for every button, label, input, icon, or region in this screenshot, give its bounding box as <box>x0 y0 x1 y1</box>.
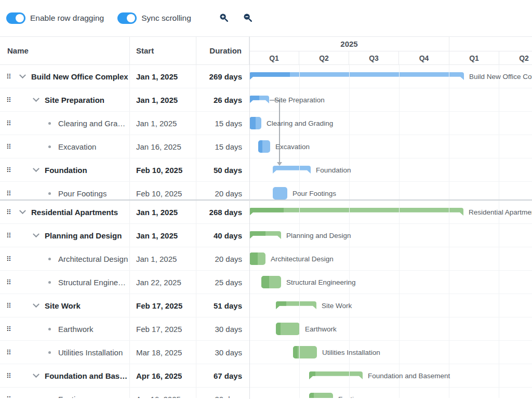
task-row[interactable]: ⠿Planning and DesignJan 1, 202540 daysPl… <box>0 224 532 247</box>
drag-handle-icon[interactable]: ⠿ <box>6 73 14 81</box>
task-bar[interactable] <box>273 187 287 200</box>
task-name-cell[interactable]: ⠿Site Work <box>0 294 130 317</box>
parent-task-bar[interactable] <box>273 166 311 174</box>
column-header-name[interactable]: Name <box>0 37 130 64</box>
task-row[interactable]: ⠿Clearing and GradingJan 1, 202515 daysC… <box>0 112 532 135</box>
quarter-cell: Q1 <box>249 51 299 64</box>
task-row[interactable]: ⠿ExcavationJan 16, 202515 daysExcavation <box>0 135 532 158</box>
duration-value: 20 days <box>215 189 242 198</box>
task-name-cell[interactable]: ⠿Planning and Design <box>0 224 130 247</box>
task-name-cell[interactable]: ⠿Foundation and Basement <box>0 364 130 387</box>
drag-handle-icon[interactable]: ⠿ <box>6 119 14 127</box>
drag-handle-icon[interactable]: ⠿ <box>6 96 14 104</box>
task-name-cell[interactable]: ⠿Pour Footings <box>0 182 130 200</box>
task-name-label: Pour Footings <box>58 189 107 198</box>
task-name-cell[interactable]: ⠿Structural Engineering <box>0 271 130 294</box>
drag-handle-icon[interactable]: ⠿ <box>6 278 14 286</box>
task-bar[interactable] <box>261 276 281 288</box>
column-header-start[interactable]: Start <box>130 37 196 64</box>
drag-handle-icon[interactable]: ⠿ <box>6 325 14 333</box>
parent-task-bar[interactable] <box>249 72 464 80</box>
toggle-sync-scrolling[interactable]: Sync scrolling <box>117 12 191 24</box>
task-bar[interactable] <box>258 140 270 153</box>
zoom-in-button[interactable] <box>205 13 229 24</box>
task-row[interactable]: ⠿Architectural DesignJan 1, 202520 daysA… <box>0 247 532 271</box>
task-row[interactable]: ⠿Build New Office ComplexJan 1, 2025269 … <box>0 65 532 88</box>
quarter-cell: Q1 <box>449 51 499 64</box>
parent-task-bar[interactable] <box>309 371 363 379</box>
task-name-cell[interactable]: ⠿Architectural Design <box>0 247 130 270</box>
drag-handle-icon[interactable]: ⠿ <box>6 349 14 356</box>
task-name-label: Residential Apartments <box>31 208 118 217</box>
start-cell: Jan 1, 2025 <box>130 65 196 88</box>
task-name-label: Footings <box>58 395 88 398</box>
drag-handle-icon[interactable]: ⠿ <box>6 372 14 380</box>
chevron-down-icon[interactable] <box>31 374 41 378</box>
task-name-cell[interactable]: ⠿Utilities Installation <box>0 341 130 364</box>
timeline-quarter-row: Q1Q2Q3Q4Q1Q2 <box>249 51 532 64</box>
drag-handle-icon[interactable]: ⠿ <box>6 166 14 174</box>
drag-handle-icon[interactable]: ⠿ <box>6 232 14 240</box>
drag-handle-icon[interactable]: ⠿ <box>6 302 14 310</box>
task-name-cell[interactable]: ⠿Site Preparation <box>0 88 130 111</box>
toggle-enable-row-dragging[interactable]: Enable row dragging <box>6 12 104 24</box>
parent-task-bar[interactable] <box>249 96 269 103</box>
drag-handle-icon[interactable]: ⠿ <box>6 395 14 398</box>
zoom-out-button[interactable] <box>229 13 252 24</box>
task-row[interactable]: ⠿Site PreparationJan 1, 202526 daysSite … <box>0 88 532 112</box>
task-row[interactable]: ⠿Pour FootingsFeb 10, 202520 daysPour Fo… <box>0 182 532 200</box>
duration-value: 268 days <box>209 208 242 217</box>
parent-task-bar[interactable] <box>276 301 316 309</box>
task-row[interactable]: ⠿Site WorkFeb 17, 202551 daysSite Work <box>0 294 532 317</box>
progress-fill <box>261 276 269 288</box>
table-chart-splitter[interactable] <box>249 36 250 399</box>
task-bar[interactable] <box>249 252 265 265</box>
task-bar-label: Site Work <box>322 294 352 317</box>
toggle-switch[interactable] <box>6 12 25 24</box>
chevron-down-icon[interactable] <box>31 303 41 308</box>
toggle-switch[interactable] <box>117 12 137 24</box>
task-name-label: Utilities Installation <box>58 348 123 357</box>
task-name-cell[interactable]: ⠿Residential Apartments <box>0 201 130 223</box>
parent-task-bar[interactable] <box>249 231 281 239</box>
task-bar[interactable] <box>293 346 317 358</box>
task-bar[interactable] <box>249 117 261 129</box>
task-name-cell[interactable]: ⠿Footings <box>0 388 130 398</box>
bullet-icon <box>45 192 55 195</box>
start-cell: Jan 22, 2025 <box>130 271 196 294</box>
task-row[interactable]: ⠿FoundationFeb 10, 202550 daysFoundation <box>0 158 532 182</box>
chevron-down-icon[interactable] <box>18 74 28 79</box>
task-row[interactable]: ⠿Residential ApartmentsJan 1, 2025268 da… <box>0 201 532 224</box>
drag-handle-icon[interactable]: ⠿ <box>6 208 14 216</box>
column-header-duration[interactable]: Duration <box>196 37 249 64</box>
duration-value: 15 days <box>215 142 242 151</box>
task-row[interactable]: ⠿Foundation and BasementApr 16, 202567 d… <box>0 364 532 388</box>
bullet-icon <box>45 328 55 330</box>
chart-cell: Planning and Design <box>249 224 532 247</box>
chevron-down-icon[interactable] <box>31 233 41 238</box>
task-row[interactable]: ⠿Structural EngineeringJan 22, 202525 da… <box>0 271 532 294</box>
task-row[interactable]: ⠿FootingsApr 16, 202530 daysFootings <box>0 388 532 398</box>
duration-value: 51 days <box>214 301 242 310</box>
task-name-cell[interactable]: ⠿Clearing and Grading <box>0 112 130 135</box>
toggle-label: Sync scrolling <box>141 14 191 23</box>
drag-handle-icon[interactable]: ⠿ <box>6 255 14 263</box>
duration-cell: 25 days <box>196 271 249 294</box>
chevron-down-icon[interactable] <box>18 210 28 215</box>
progress-fill <box>249 208 284 216</box>
task-name-cell[interactable]: ⠿Build New Office Complex <box>0 65 130 88</box>
start-value: Jan 1, 2025 <box>136 231 178 240</box>
drag-handle-icon[interactable]: ⠿ <box>6 143 14 151</box>
year-cell <box>449 37 532 51</box>
chevron-down-icon[interactable] <box>31 98 41 102</box>
task-row[interactable]: ⠿EarthworkFeb 17, 202530 daysEarthwork <box>0 317 532 341</box>
parent-task-bar[interactable] <box>249 208 463 216</box>
task-name-cell[interactable]: ⠿Earthwork <box>0 317 130 340</box>
chevron-down-icon[interactable] <box>31 168 41 172</box>
task-bar[interactable] <box>309 393 333 398</box>
drag-handle-icon[interactable]: ⠿ <box>6 190 14 197</box>
task-bar[interactable] <box>276 323 300 335</box>
task-name-cell[interactable]: ⠿Foundation <box>0 158 130 181</box>
task-name-cell[interactable]: ⠿Excavation <box>0 135 130 158</box>
task-row[interactable]: ⠿Utilities InstallationMar 18, 202530 da… <box>0 341 532 364</box>
